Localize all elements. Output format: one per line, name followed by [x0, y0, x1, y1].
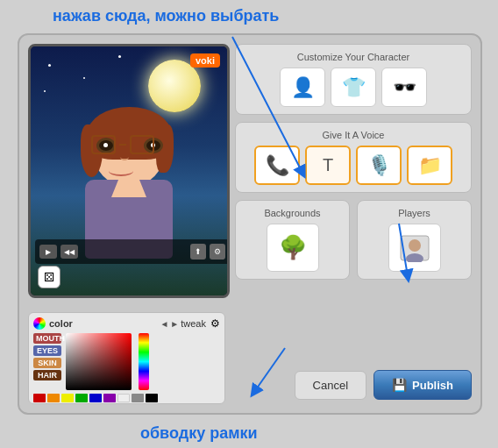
- play-button[interactable]: ▶: [39, 245, 57, 259]
- publish-icon: 💾: [392, 378, 407, 392]
- char-glass-left: [91, 135, 116, 154]
- tweak-right-arrow[interactable]: ►: [170, 319, 179, 329]
- star-3: [44, 90, 46, 92]
- svg-line-1: [399, 224, 408, 276]
- share-icon[interactable]: ⬆: [190, 244, 206, 260]
- star-4: [118, 55, 121, 58]
- swatch-gray[interactable]: [132, 394, 144, 402]
- tweak-left-arrow[interactable]: ◄: [160, 319, 168, 329]
- eyes-label: EYES: [33, 345, 61, 356]
- backgrounds-title: Backgrounds: [264, 208, 320, 218]
- action-buttons: Cancel 💾 Publish: [295, 370, 472, 400]
- swatch-green[interactable]: [75, 394, 88, 402]
- dice-button[interactable]: ⚄: [38, 266, 60, 288]
- swatch-black[interactable]: [146, 394, 158, 402]
- mouth-label: MOUTH: [33, 333, 61, 344]
- bottom-annotation: обводку рамки: [140, 424, 258, 443]
- top-annotation: нажав сюда, можно выбрать: [53, 7, 279, 25]
- tweak-controls: ◄ ► tweak: [160, 318, 206, 329]
- char-mouth: [109, 166, 133, 176]
- settings-icon[interactable]: ⚙: [210, 244, 225, 260]
- color-controls: MOUTH EYES SKIN HAIR: [33, 333, 220, 390]
- color-wheel-icon: [33, 317, 46, 330]
- voki-logo: voki: [190, 53, 220, 68]
- color-panel-header: color ◄ ► tweak ⚙: [33, 317, 220, 330]
- file-voice-button[interactable]: 📁: [407, 146, 452, 185]
- color-label: color: [49, 318, 73, 329]
- playback-controls: ▶ ◀◀ ⬆ ⚙: [35, 239, 230, 264]
- avatar-panel: voki: [28, 44, 230, 298]
- color-row-labels: MOUTH EYES SKIN HAIR: [33, 333, 61, 390]
- swatch-red[interactable]: [33, 394, 46, 402]
- star-2: [83, 77, 85, 79]
- publish-label: Publish: [412, 379, 453, 392]
- swatch-blue[interactable]: [89, 394, 102, 402]
- star-1: [48, 64, 51, 67]
- char-glass-bridge: [119, 144, 126, 146]
- skin-label: SKIN: [33, 358, 61, 368]
- char-glasses: [91, 134, 170, 155]
- color-panel: color ◄ ► tweak ⚙ MOUTH EYES SKIN HAIR: [28, 312, 225, 404]
- step-back-button[interactable]: ◀◀: [60, 245, 78, 259]
- backgrounds-section: Backgrounds 🌳: [235, 200, 350, 280]
- color-swatches: [33, 394, 220, 402]
- swatch-orange[interactable]: [47, 394, 60, 402]
- swatch-purple[interactable]: [103, 394, 116, 402]
- swatch-yellow[interactable]: [61, 394, 74, 402]
- character-accessories-button[interactable]: 🕶️: [381, 68, 427, 107]
- players-title: Players: [398, 208, 430, 218]
- tweak-label: tweak: [181, 318, 206, 329]
- color-picker[interactable]: [66, 333, 132, 390]
- publish-button[interactable]: 💾 Publish: [374, 370, 472, 400]
- hair-label: HAIR: [33, 370, 61, 380]
- color-spectrum[interactable]: [139, 333, 149, 390]
- gear-icon[interactable]: ⚙: [210, 317, 220, 330]
- swatch-white[interactable]: [117, 394, 130, 402]
- mic-voice-button[interactable]: 🎙️: [356, 146, 402, 185]
- char-glass-right: [130, 135, 154, 154]
- svg-line-2: [254, 348, 285, 392]
- svg-line-0: [232, 37, 302, 173]
- moon-decoration: [148, 60, 201, 112]
- backgrounds-button[interactable]: 🌳: [267, 224, 319, 272]
